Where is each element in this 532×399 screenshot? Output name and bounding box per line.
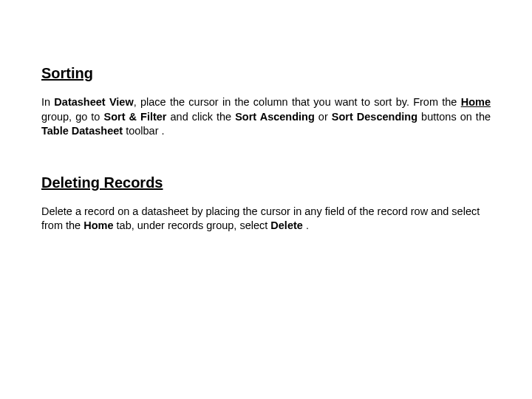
bold-text: Datasheet View	[54, 96, 133, 108]
paragraph-sorting: In Datasheet View, place the cursor in t…	[41, 95, 491, 139]
text: In	[41, 96, 54, 108]
text: and click the	[171, 111, 236, 123]
paragraph-deleting-records: Delete a record on a datasheet by placin…	[41, 205, 491, 233]
text: , place the cursor in the column that yo…	[134, 96, 461, 108]
text: toolbar .	[126, 125, 164, 137]
text: or	[318, 111, 332, 123]
bold-text: Sort Ascending	[235, 111, 318, 123]
bold-text: Home	[83, 219, 116, 231]
bold-text: Table Datasheet	[41, 125, 126, 137]
text: group, go to	[41, 111, 103, 123]
heading-sorting: Sorting	[41, 65, 491, 82]
text: buttons on the	[421, 111, 491, 123]
heading-deleting-records: Deleting Records	[41, 174, 491, 191]
bold-text: Delete	[270, 219, 306, 231]
text: tab, under records group, select	[117, 219, 271, 231]
section-deleting-records: Deleting Records Delete a record on a da…	[41, 174, 491, 233]
bold-text: Sort Descending	[332, 111, 421, 123]
bold-underline-text: Home	[461, 96, 491, 108]
section-sorting: Sorting In Datasheet View, place the cur…	[41, 65, 491, 139]
text: .	[306, 219, 309, 231]
bold-text: Sort & Filter	[103, 111, 170, 123]
